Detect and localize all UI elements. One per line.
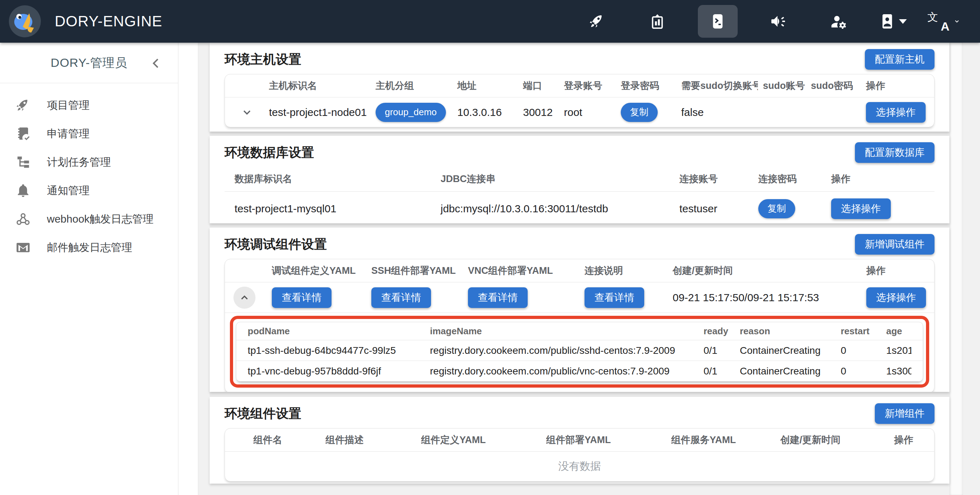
configure-new-database-button[interactable]: 配置新数据库 xyxy=(855,142,934,163)
view-ssh-yaml-button[interactable]: 查看详情 xyxy=(371,287,431,308)
column-header: 主机分组 xyxy=(371,79,452,92)
column-header: 组件服务YAML xyxy=(671,433,780,446)
debug-time-cell: 09-21 15:17:50/09-21 15:17:53 xyxy=(668,292,862,304)
column-header: 操作 xyxy=(894,433,934,446)
column-header: reason xyxy=(740,326,841,337)
pod-table-row: tp1-vnc-debug-957b8ddd-9f6jf registry.do… xyxy=(236,361,923,381)
account-menu[interactable] xyxy=(879,5,907,38)
column-header: ready xyxy=(703,326,740,337)
user-settings-nav-icon[interactable] xyxy=(819,5,859,38)
database-jdbc-cell: jdbc:mysql://10.3.0.16:30011/testdb xyxy=(431,203,670,215)
databases-table: 数据库标识名 JDBC连接串 连接账号 连接密码 操作 test-project… xyxy=(224,166,934,223)
mail-icon xyxy=(16,240,30,255)
column-header: VNC组件部署YAML xyxy=(464,264,580,277)
column-header: 调试组件定义YAML xyxy=(267,264,367,277)
sidebar-item-projects[interactable]: 项目管理 xyxy=(0,91,178,120)
column-header: 创建/更新时间 xyxy=(780,433,894,446)
red-highlight-annotation: podName imageName ready reason restart a… xyxy=(230,316,929,388)
dory-logo-icon xyxy=(8,4,42,38)
sidebar-item-label: 申请管理 xyxy=(47,126,89,141)
column-header: JDBC连接串 xyxy=(431,172,670,185)
host-group-badge[interactable]: group_demo xyxy=(375,103,446,122)
view-vnc-yaml-button[interactable]: 查看详情 xyxy=(468,287,528,308)
column-header: 登录密码 xyxy=(616,79,676,92)
pod-reason-cell: ContainerCreating xyxy=(740,345,841,356)
databases-card-title: 环境数据库设置 xyxy=(224,144,314,161)
terminal-nav-icon[interactable] xyxy=(698,5,738,38)
column-header: 地址 xyxy=(452,79,518,92)
cards-wrapper: 环境主机设置 配置新主机 主机标识名 主机分组 地址 端口 登录账号 登录密码 … xyxy=(210,43,950,484)
copy-password-button[interactable]: 复制 xyxy=(621,103,658,122)
column-header: 操作 xyxy=(821,172,934,185)
account-caret-icon xyxy=(899,19,907,24)
hosts-card: 环境主机设置 配置新主机 主机标识名 主机分组 地址 端口 登录账号 登录密码 … xyxy=(210,43,950,132)
host-table-row: test-project1-node01 group_demo 10.3.0.1… xyxy=(225,97,934,127)
column-header: imageName xyxy=(430,326,703,337)
pod-table-row: tp1-ssh-debug-64bc94477c-99lz5 registry.… xyxy=(236,340,923,361)
sidebar-menu: 项目管理 申请管理 xyxy=(0,83,178,262)
column-header: podName xyxy=(248,326,430,337)
language-chevron-icon xyxy=(954,18,960,24)
column-header: 连接账号 xyxy=(670,172,748,185)
sidebar-item-label: webhook触发日志管理 xyxy=(47,212,153,227)
column-header: 组件描述 xyxy=(326,433,421,446)
components-table: 组件名 组件描述 组件定义YAML 组件部署YAML 组件服务YAML 创建/更… xyxy=(224,428,934,482)
sidebar-title: DORY-管理员 xyxy=(51,55,127,71)
host-login-user-cell: root xyxy=(559,106,616,118)
host-need-sudo-cell: false xyxy=(676,106,758,118)
vertical-scrollbar[interactable] xyxy=(950,43,963,495)
debug-table: 调试组件定义YAML SSH组件部署YAML VNC组件部署YAML 连接说明 … xyxy=(224,259,934,392)
sidebar-item-requests[interactable]: 申请管理 xyxy=(0,120,178,148)
bell-icon xyxy=(16,183,30,198)
configure-new-host-button[interactable]: 配置新主机 xyxy=(865,49,934,70)
top-nav: 文 A xyxy=(577,5,960,38)
tasks-tree-icon xyxy=(16,155,30,169)
row-collapse-chevron-up-icon[interactable] xyxy=(234,287,256,309)
copy-db-password-button[interactable]: 复制 xyxy=(758,199,795,218)
sidebar-item-webhook-logs[interactable]: webhook触发日志管理 xyxy=(0,205,178,233)
components-card: 环境组件设置 新增组件 组件名 组件描述 组件定义YAML 组件部署YAML 组… xyxy=(210,397,950,484)
account-card-icon xyxy=(879,5,896,38)
host-name-cell: test-project1-node01 xyxy=(264,106,371,118)
add-debug-component-button[interactable]: 新增调试组件 xyxy=(855,234,934,255)
column-header: 主机标识名 xyxy=(264,79,371,92)
column-header: 操作 xyxy=(862,264,934,277)
column-header: 端口 xyxy=(518,79,559,92)
sidebar-item-scheduled-tasks[interactable]: 计划任务管理 xyxy=(0,148,178,176)
projects-board-nav-icon[interactable] xyxy=(638,5,677,38)
sidebar-item-notifications[interactable]: 通知管理 xyxy=(0,176,178,205)
row-expand-chevron-down-icon[interactable] xyxy=(225,106,264,118)
add-component-button[interactable]: 新增组件 xyxy=(875,403,934,424)
host-address-cell: 10.3.0.16 xyxy=(452,106,518,118)
components-table-header: 组件名 组件描述 组件定义YAML 组件部署YAML 组件服务YAML 创建/更… xyxy=(225,428,934,451)
view-definition-yaml-button[interactable]: 查看详情 xyxy=(272,287,331,308)
announcement-nav-icon[interactable] xyxy=(758,5,798,38)
database-table-row: test-project1-mysql01 jdbc:mysql://10.3.… xyxy=(224,191,934,223)
column-header: SSH组件部署YAML xyxy=(367,264,464,277)
webhook-icon xyxy=(16,212,30,227)
pod-age-cell: 1s300ms xyxy=(886,366,912,377)
approval-icon xyxy=(16,126,30,141)
host-select-action-button[interactable]: 选择操作 xyxy=(866,102,926,123)
rocket-nav-icon[interactable] xyxy=(577,5,617,38)
rocket-icon xyxy=(16,98,30,113)
view-connection-info-button[interactable]: 查看详情 xyxy=(584,287,644,308)
debug-card-title: 环境调试组件设置 xyxy=(224,236,327,253)
translate-a-glyph: A xyxy=(940,19,950,34)
hosts-table-header: 主机标识名 主机分组 地址 端口 登录账号 登录密码 需要sudo切换账号 su… xyxy=(225,74,934,97)
debug-row-expansion: podName imageName ready reason restart a… xyxy=(225,313,934,392)
debug-select-action-button[interactable]: 选择操作 xyxy=(866,287,926,308)
database-select-action-button[interactable]: 选择操作 xyxy=(831,198,891,219)
sidebar-collapse-icon[interactable] xyxy=(149,56,163,70)
pod-name-cell: tp1-vnc-debug-957b8ddd-9f6jf xyxy=(248,366,430,377)
app-title: DORY-ENGINE xyxy=(55,13,162,30)
debug-table-row: 查看详情 查看详情 查看详情 查看详情 09-21 15:17:50/09-21… xyxy=(225,282,934,313)
pod-ready-cell: 0/1 xyxy=(703,345,740,356)
section-gap xyxy=(210,392,950,397)
section-gap xyxy=(210,132,950,136)
debug-components-card: 环境调试组件设置 新增调试组件 调试组件定义YAML SSH组件部署YAML V… xyxy=(210,228,950,392)
sidebar-item-mail-logs[interactable]: 邮件触发日志管理 xyxy=(0,233,178,262)
column-header: sudo账号 xyxy=(758,79,806,92)
language-menu[interactable]: 文 A xyxy=(928,11,960,31)
top-bar: DORY-ENGINE xyxy=(0,0,980,43)
